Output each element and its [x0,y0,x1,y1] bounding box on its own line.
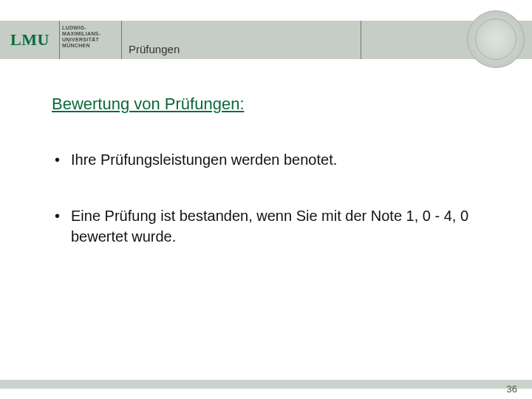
university-seal-icon [467,10,525,68]
header-band: LMU LUDWIG- MAXIMILIANS- UNIVERSITÄT MÜN… [0,21,532,59]
logo-subtext-line: MAXIMILIANS- [62,31,100,37]
bullet-list: Ihre Prüfungsleistungen werden benotet. … [52,149,488,247]
slide: LMU LUDWIG- MAXIMILIANS- UNIVERSITÄT MÜN… [0,0,532,399]
footer-bar [0,380,532,389]
logo-subtext-line: UNIVERSITÄT [62,37,100,43]
header-divider [121,21,122,59]
logo-subtext-line: LUDWIG- [62,25,100,31]
header-divider [361,21,361,59]
lmu-logo: LMU [10,25,56,55]
header-divider [59,21,60,59]
header-title: Prüfungen [129,43,180,55]
logo-subtext-line: MÜNCHEN [62,43,100,49]
bullet-item: Ihre Prüfungsleistungen werden benotet. [52,149,488,170]
logo-text: LMU [10,30,50,50]
logo-subtext: LUDWIG- MAXIMILIANS- UNIVERSITÄT MÜNCHEN [62,25,100,49]
bullet-item: Eine Prüfung ist bestanden, wenn Sie mit… [52,205,488,247]
page-number: 36 [507,383,517,395]
content-area: Bewertung von Prüfungen: Ihre Prüfungsle… [52,95,488,282]
slide-title: Bewertung von Prüfungen: [52,95,488,114]
